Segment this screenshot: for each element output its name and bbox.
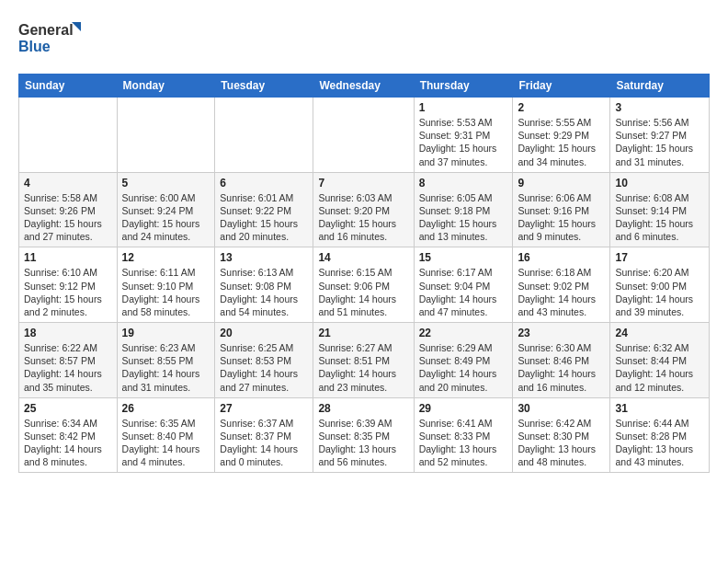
calendar-cell: 12Sunrise: 6:11 AM Sunset: 9:10 PM Dayli… — [117, 247, 215, 323]
calendar-cell: 5Sunrise: 6:00 AM Sunset: 9:24 PM Daylig… — [117, 172, 215, 247]
day-info: Sunrise: 5:53 AM Sunset: 9:31 PM Dayligh… — [419, 116, 508, 168]
calendar-cell: 8Sunrise: 6:05 AM Sunset: 9:18 PM Daylig… — [414, 172, 513, 247]
day-number: 14 — [318, 251, 408, 264]
weekday-header-saturday: Saturday — [610, 75, 710, 98]
day-info: Sunrise: 6:08 AM Sunset: 9:14 PM Dayligh… — [615, 191, 704, 244]
calendar-week-3: 11Sunrise: 6:10 AM Sunset: 9:12 PM Dayli… — [19, 247, 710, 323]
day-number: 8 — [419, 177, 508, 190]
day-info: Sunrise: 6:35 AM Sunset: 8:40 PM Dayligh… — [122, 417, 210, 469]
calendar-week-2: 4Sunrise: 5:58 AM Sunset: 9:26 PM Daylig… — [19, 172, 710, 247]
calendar-header-row: SundayMondayTuesdayWednesdayThursdayFrid… — [19, 75, 710, 98]
day-info: Sunrise: 6:00 AM Sunset: 9:24 PM Dayligh… — [122, 191, 210, 244]
day-number: 20 — [220, 327, 308, 339]
day-info: Sunrise: 6:22 AM Sunset: 8:57 PM Dayligh… — [24, 341, 112, 394]
day-info: Sunrise: 5:55 AM Sunset: 9:29 PM Dayligh… — [518, 116, 605, 168]
calendar-cell: 21Sunrise: 6:27 AM Sunset: 8:51 PM Dayli… — [313, 323, 414, 398]
calendar-cell: 25Sunrise: 6:34 AM Sunset: 8:42 PM Dayli… — [19, 397, 118, 473]
day-number: 16 — [518, 251, 605, 264]
day-number: 9 — [518, 177, 605, 190]
day-number: 27 — [220, 402, 308, 415]
calendar-week-1: 1Sunrise: 5:53 AM Sunset: 9:31 PM Daylig… — [19, 98, 710, 173]
day-number: 18 — [24, 327, 112, 339]
calendar-cell: 27Sunrise: 6:37 AM Sunset: 8:37 PM Dayli… — [215, 397, 313, 473]
calendar-cell: 3Sunrise: 5:56 AM Sunset: 9:27 PM Daylig… — [610, 98, 710, 173]
calendar-cell: 1Sunrise: 5:53 AM Sunset: 9:31 PM Daylig… — [414, 98, 513, 173]
logo: General Blue — [18, 15, 83, 64]
calendar-cell: 2Sunrise: 5:55 AM Sunset: 9:29 PM Daylig… — [513, 98, 610, 173]
header: General Blue — [18, 15, 710, 64]
day-number: 15 — [419, 251, 508, 264]
calendar-cell: 10Sunrise: 6:08 AM Sunset: 9:14 PM Dayli… — [610, 172, 710, 247]
weekday-header-tuesday: Tuesday — [215, 75, 313, 98]
day-number: 6 — [220, 177, 308, 190]
calendar-week-5: 25Sunrise: 6:34 AM Sunset: 8:42 PM Dayli… — [19, 397, 710, 473]
day-info: Sunrise: 6:32 AM Sunset: 8:44 PM Dayligh… — [615, 341, 704, 394]
day-number: 10 — [615, 177, 704, 190]
day-number: 26 — [122, 402, 210, 415]
calendar-cell: 11Sunrise: 6:10 AM Sunset: 9:12 PM Dayli… — [19, 247, 118, 323]
weekday-header-friday: Friday — [513, 75, 610, 98]
calendar-cell: 6Sunrise: 6:01 AM Sunset: 9:22 PM Daylig… — [215, 172, 313, 247]
day-info: Sunrise: 6:30 AM Sunset: 8:46 PM Dayligh… — [518, 341, 605, 394]
calendar-cell — [19, 98, 118, 173]
day-number: 30 — [518, 402, 605, 415]
calendar-cell: 22Sunrise: 6:29 AM Sunset: 8:49 PM Dayli… — [414, 323, 513, 398]
day-number: 23 — [518, 327, 605, 339]
calendar-cell — [117, 98, 215, 173]
day-number: 4 — [24, 177, 112, 190]
weekday-header-wednesday: Wednesday — [313, 75, 414, 98]
calendar-cell: 23Sunrise: 6:30 AM Sunset: 8:46 PM Dayli… — [513, 323, 610, 398]
calendar-cell: 29Sunrise: 6:41 AM Sunset: 8:33 PM Dayli… — [414, 397, 513, 473]
day-info: Sunrise: 6:15 AM Sunset: 9:06 PM Dayligh… — [318, 266, 408, 318]
day-number: 12 — [122, 251, 210, 264]
calendar-cell: 30Sunrise: 6:42 AM Sunset: 8:30 PM Dayli… — [513, 397, 610, 473]
day-info: Sunrise: 6:27 AM Sunset: 8:51 PM Dayligh… — [318, 341, 408, 394]
calendar-cell: 20Sunrise: 6:25 AM Sunset: 8:53 PM Dayli… — [215, 323, 313, 398]
calendar-cell: 14Sunrise: 6:15 AM Sunset: 9:06 PM Dayli… — [313, 247, 414, 323]
calendar-cell: 24Sunrise: 6:32 AM Sunset: 8:44 PM Dayli… — [610, 323, 710, 398]
day-number: 17 — [615, 251, 704, 264]
calendar-cell: 13Sunrise: 6:13 AM Sunset: 9:08 PM Dayli… — [215, 247, 313, 323]
day-info: Sunrise: 6:01 AM Sunset: 9:22 PM Dayligh… — [220, 191, 308, 244]
weekday-header-thursday: Thursday — [414, 75, 513, 98]
calendar-cell — [215, 98, 313, 173]
day-info: Sunrise: 6:25 AM Sunset: 8:53 PM Dayligh… — [220, 341, 308, 394]
day-info: Sunrise: 6:41 AM Sunset: 8:33 PM Dayligh… — [419, 417, 508, 469]
day-number: 22 — [419, 327, 508, 339]
day-info: Sunrise: 6:20 AM Sunset: 9:00 PM Dayligh… — [615, 266, 704, 318]
day-number: 7 — [318, 177, 408, 190]
day-info: Sunrise: 6:29 AM Sunset: 8:49 PM Dayligh… — [419, 341, 508, 394]
day-number: 28 — [318, 402, 408, 415]
svg-text:Blue: Blue — [18, 39, 51, 54]
calendar-cell: 7Sunrise: 6:03 AM Sunset: 9:20 PM Daylig… — [313, 172, 414, 247]
day-info: Sunrise: 6:42 AM Sunset: 8:30 PM Dayligh… — [518, 417, 605, 469]
day-number: 19 — [122, 327, 210, 339]
day-info: Sunrise: 6:10 AM Sunset: 9:12 PM Dayligh… — [24, 266, 112, 318]
calendar-cell: 15Sunrise: 6:17 AM Sunset: 9:04 PM Dayli… — [414, 247, 513, 323]
day-info: Sunrise: 6:11 AM Sunset: 9:10 PM Dayligh… — [122, 266, 210, 318]
day-info: Sunrise: 6:05 AM Sunset: 9:18 PM Dayligh… — [419, 191, 508, 244]
calendar-cell: 31Sunrise: 6:44 AM Sunset: 8:28 PM Dayli… — [610, 397, 710, 473]
calendar-cell: 28Sunrise: 6:39 AM Sunset: 8:35 PM Dayli… — [313, 397, 414, 473]
day-number: 13 — [220, 251, 308, 264]
day-info: Sunrise: 6:44 AM Sunset: 8:28 PM Dayligh… — [615, 417, 704, 469]
day-number: 11 — [24, 251, 112, 264]
day-number: 21 — [318, 327, 408, 339]
day-number: 25 — [24, 402, 112, 415]
day-number: 2 — [518, 101, 605, 114]
calendar-cell: 18Sunrise: 6:22 AM Sunset: 8:57 PM Dayli… — [19, 323, 118, 398]
weekday-header-sunday: Sunday — [19, 75, 118, 98]
day-info: Sunrise: 6:39 AM Sunset: 8:35 PM Dayligh… — [318, 417, 408, 469]
calendar-cell: 9Sunrise: 6:06 AM Sunset: 9:16 PM Daylig… — [513, 172, 610, 247]
day-info: Sunrise: 6:06 AM Sunset: 9:16 PM Dayligh… — [518, 191, 605, 244]
day-info: Sunrise: 6:13 AM Sunset: 9:08 PM Dayligh… — [220, 266, 308, 318]
calendar-cell: 17Sunrise: 6:20 AM Sunset: 9:00 PM Dayli… — [610, 247, 710, 323]
day-info: Sunrise: 6:17 AM Sunset: 9:04 PM Dayligh… — [419, 266, 508, 318]
day-info: Sunrise: 6:18 AM Sunset: 9:02 PM Dayligh… — [518, 266, 605, 318]
calendar-week-4: 18Sunrise: 6:22 AM Sunset: 8:57 PM Dayli… — [19, 323, 710, 398]
weekday-header-monday: Monday — [117, 75, 215, 98]
day-info: Sunrise: 6:34 AM Sunset: 8:42 PM Dayligh… — [24, 417, 112, 469]
calendar-cell — [313, 98, 414, 173]
day-number: 1 — [419, 101, 508, 114]
day-info: Sunrise: 5:56 AM Sunset: 9:27 PM Dayligh… — [615, 116, 704, 168]
